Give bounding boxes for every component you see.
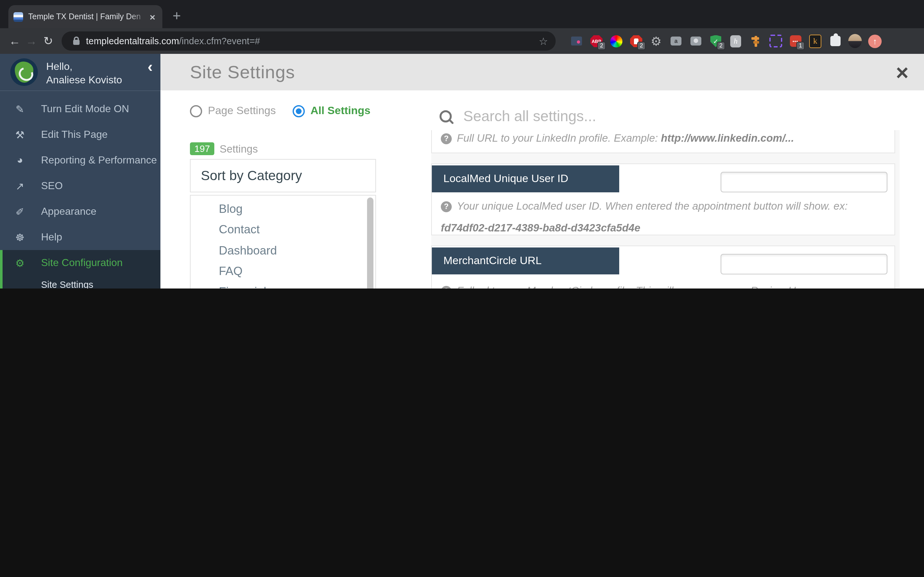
sidebar-item-site-settings[interactable]: Site Settings: [3, 276, 160, 288]
sidebar-item-appearance[interactable]: ✐Appearance: [0, 199, 160, 224]
h-extension-icon[interactable]: h: [729, 34, 742, 48]
life-ring-icon: ☸: [13, 231, 27, 243]
close-icon[interactable]: ×: [896, 63, 909, 82]
category-item-faq[interactable]: FAQ: [191, 261, 375, 282]
page-settings-radio[interactable]: Page Settings: [190, 105, 276, 117]
shield-extension-icon[interactable]: ✓2: [709, 34, 722, 48]
panel-header: Site Settings ×: [160, 54, 924, 90]
adblock-extension-icon[interactable]: ABP2: [590, 34, 603, 48]
category-item-financial[interactable]: Financial: [191, 282, 375, 288]
signpost-extension-icon[interactable]: [749, 34, 762, 48]
sidebar-header: Hello, Analiese Kovisto ‹: [0, 54, 160, 91]
extension-badge: 2: [717, 41, 725, 50]
extension-badge: 2: [598, 41, 606, 50]
category-item-dashboard[interactable]: Dashboard: [191, 240, 375, 261]
browser-toolbar: ← → ↻ templedentaltrails.com/index.cfm?e…: [0, 28, 924, 54]
url-bar[interactable]: templedentaltrails.com/index.cfm?event=#…: [61, 31, 556, 51]
sort-by-category-header: Sort by Category: [190, 159, 376, 192]
localmed-id-input[interactable]: [720, 172, 887, 192]
settings-count-badge: 197: [190, 142, 214, 155]
lock-icon: [73, 39, 79, 45]
tab-title: Temple TX Dentist | Family Den: [28, 12, 148, 21]
site-settings-panel: Site Settings × Page Settings All Settin…: [160, 54, 924, 288]
sidebar-item-site-configuration[interactable]: ⚙Site Configuration: [3, 250, 160, 276]
setting-label: LocalMed Unique User ID: [432, 165, 619, 192]
settings-scroll-area: ?Full URL to your LinkedIn profile. Exam…: [431, 130, 900, 288]
category-column: 197 Settings Sort by Category Blog Conta…: [190, 142, 376, 288]
reload-button[interactable]: ↻: [40, 34, 57, 48]
scrollbar-thumb[interactable]: [367, 197, 373, 288]
sidebar-item-edit-mode[interactable]: ✎Turn Edit Mode ON: [0, 96, 160, 122]
password-extension-icon[interactable]: •••1: [788, 34, 802, 48]
category-scrollbar[interactable]: [367, 197, 373, 288]
sidebar-item-help[interactable]: ☸Help: [0, 224, 160, 250]
line-chart-icon: ↗: [13, 180, 27, 192]
setting-row-merchantcircle-url: MerchantCircle URL ?Full url to your Mer…: [431, 245, 895, 288]
settings-count-label: Settings: [220, 143, 258, 155]
settings-search: [439, 107, 734, 126]
greeting-username: Analiese Kovisto: [46, 73, 122, 87]
category-item-contact[interactable]: Contact: [191, 219, 375, 240]
selection-extension-icon[interactable]: [769, 34, 782, 48]
app-window: Temple TX Dentist | Family Den × + ← → ↻…: [0, 0, 924, 288]
blocker-extension-icon[interactable]: 2: [630, 34, 643, 48]
setting-row-localmed-id: LocalMed Unique User ID ?Your unique Loc…: [431, 163, 895, 235]
browser-tab[interactable]: Temple TX Dentist | Family Den ×: [8, 5, 162, 28]
greeting-hello: Hello,: [46, 60, 122, 73]
url-domain: templedentaltrails.com: [86, 36, 179, 46]
merchantcircle-url-input[interactable]: [720, 254, 887, 274]
sidebar-item-seo[interactable]: ↗SEO: [0, 173, 160, 199]
new-tab-button[interactable]: +: [173, 8, 181, 24]
setting-row-linkedin-partial: ?Full URL to your LinkedIn profile. Exam…: [431, 130, 895, 153]
wrench-icon: ⚒: [13, 129, 27, 141]
search-input[interactable]: [462, 107, 734, 126]
browser-tab-strip: Temple TX Dentist | Family Den × +: [0, 0, 924, 28]
translate-extension-icon[interactable]: a: [669, 34, 683, 48]
update-browser-icon[interactable]: ↑: [868, 34, 882, 48]
keywords-extension-icon[interactable]: k: [809, 34, 822, 48]
radio-unselected-icon[interactable]: [190, 105, 202, 117]
all-settings-radio[interactable]: All Settings: [292, 105, 371, 117]
gear-icon: ⚙: [13, 257, 27, 269]
settings-filter: Page Settings All Settings: [190, 105, 371, 117]
extension-row: ABP2 2 ⚙ a ✓2 h •••1 k ↑: [570, 34, 882, 48]
screenshot-extension-icon[interactable]: [689, 34, 703, 48]
search-icon: [439, 110, 452, 122]
puzzle-extensions-menu-icon[interactable]: [829, 34, 842, 48]
url-path: /index.cfm?event=#: [179, 36, 260, 46]
settings-extension-icon[interactable]: ⚙: [649, 34, 663, 48]
paintbrush-icon: ✐: [13, 205, 27, 218]
tab-close-icon[interactable]: ×: [148, 11, 157, 22]
practice-logo: [10, 58, 38, 86]
site-configuration-section: ⚙Site Configuration Site Settings Page C…: [0, 250, 160, 288]
sidebar-item-edit-page[interactable]: ⚒Edit This Page: [0, 122, 160, 147]
radio-selected-icon[interactable]: [292, 105, 305, 117]
pie-chart-icon: ◕: [13, 155, 27, 166]
pencil-icon: ✎: [13, 103, 27, 115]
folder-extension-icon[interactable]: [570, 34, 583, 48]
sidebar-item-reporting[interactable]: ◕Reporting & Performance: [0, 147, 160, 173]
extension-badge: 1: [796, 41, 804, 50]
back-button[interactable]: ←: [6, 34, 23, 48]
colorpicker-extension-icon[interactable]: [610, 34, 623, 48]
forward-button[interactable]: →: [23, 34, 40, 48]
profile-avatar[interactable]: [848, 34, 862, 48]
category-list: Blog Contact Dashboard FAQ Financial Glo…: [190, 195, 376, 288]
help-icon: ?: [441, 201, 452, 212]
bookmark-star-icon[interactable]: ☆: [539, 35, 548, 47]
sidebar-collapse-chevron[interactable]: ‹: [148, 58, 153, 76]
site-favicon: [13, 12, 23, 21]
help-icon: ?: [441, 133, 452, 144]
help-icon: ?: [441, 286, 452, 288]
admin-sidebar: Hello, Analiese Kovisto ‹ ✎Turn Edit Mod…: [0, 54, 160, 288]
page-title: Site Settings: [190, 62, 896, 82]
category-item-blog[interactable]: Blog: [191, 199, 375, 219]
extension-badge: 2: [637, 41, 646, 50]
setting-label: MerchantCircle URL: [432, 247, 619, 274]
